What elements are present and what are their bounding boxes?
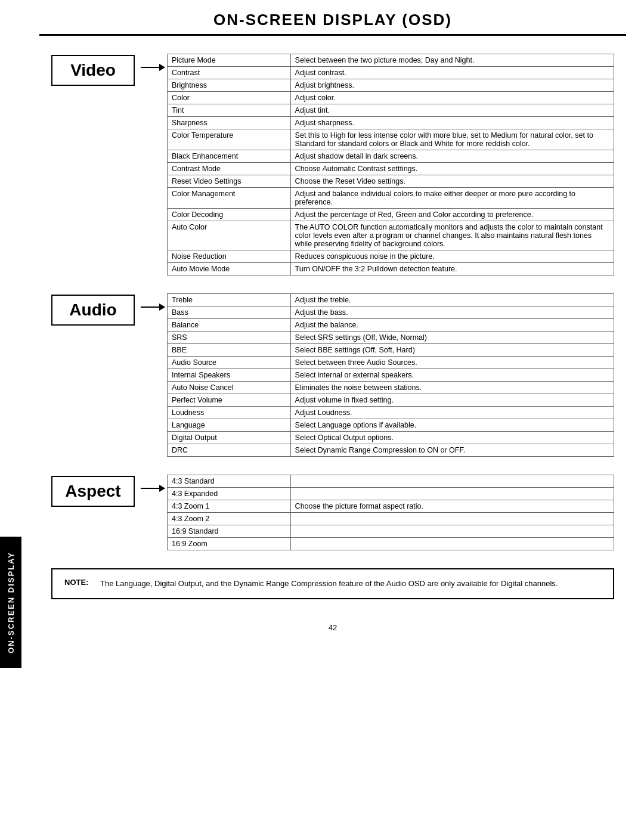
table-row: 4:3 Zoom 1Choose the picture format aspe… [168,500,614,513]
table-row: LanguageSelect Language options if avail… [168,419,614,432]
table-row: SharpnessAdjust sharpness. [168,117,614,129]
setting-name: Bass [168,306,291,319]
video-label: Video [51,55,135,86]
setting-name: 4:3 Expanded [168,488,291,500]
table-row: DRCSelect Dynamic Range Compression to O… [168,444,614,457]
sections-container: VideoPicture ModeSelect between the two … [51,54,614,550]
table-row: 16:9 Standard [168,525,614,538]
setting-name: Auto Color [168,221,291,250]
setting-name: Reset Video Settings [168,175,291,188]
setting-name: Treble [168,294,291,306]
setting-description [290,475,614,488]
setting-description: Turn ON/OFF the 3:2 Pulldown detection f… [290,263,614,275]
setting-description: Adjust brightness. [290,79,614,92]
setting-name: Contrast [168,67,291,79]
setting-description: Reduces conspicuous noise in the picture… [290,250,614,263]
table-row: Picture ModeSelect between the two pictu… [168,54,614,67]
table-row: Audio SourceSelect between three Audio S… [168,357,614,369]
setting-name: Language [168,419,291,432]
setting-name: Picture Mode [168,54,291,67]
table-row: SRSSelect SRS settings (Off, Wide, Norma… [168,332,614,344]
table-row: 4:3 Standard [168,475,614,488]
setting-description: Choose the picture format aspect ratio. [290,500,614,513]
aspect-arrow [141,475,165,489]
table-row: ContrastAdjust contrast. [168,67,614,79]
table-row: 16:9 Zoom [168,538,614,550]
note-text: The Language, Digital Output, and the Dy… [100,578,558,590]
setting-description: Select between the two picture modes; Da… [290,54,614,67]
page-number: 42 [51,611,614,638]
setting-name: Auto Noise Cancel [168,382,291,394]
table-row: BrightnessAdjust brightness. [168,79,614,92]
page-title: ON-SCREEN DISPLAY (OSD) [39,11,626,29]
setting-name: 16:9 Standard [168,525,291,538]
setting-description: Adjust the percentage of Red, Green and … [290,209,614,221]
aspect-table: 4:3 Standard4:3 Expanded4:3 Zoom 1Choose… [167,475,614,550]
setting-description [290,488,614,500]
setting-name: 16:9 Zoom [168,538,291,550]
video-arrow [141,54,165,68]
arrow-line [141,306,165,308]
note-label: NOTE: [64,578,94,587]
setting-description: Select SRS settings (Off, Wide, Normal) [290,332,614,344]
table-row: Reset Video SettingsChoose the Reset Vid… [168,175,614,188]
section-audio: AudioTrebleAdjust the treble.BassAdjust … [51,293,614,457]
setting-name: 4:3 Zoom 2 [168,513,291,525]
setting-description: Select BBE settings (Off, Soft, Hard) [290,344,614,357]
setting-description: Adjust the bass. [290,306,614,319]
table-row: Color DecodingAdjust the percentage of R… [168,209,614,221]
table-row: Digital OutputSelect Optical Output opti… [168,432,614,444]
setting-description: The AUTO COLOR function automatically mo… [290,221,614,250]
table-row: LoudnessAdjust Loudness. [168,407,614,419]
side-label: ON-SCREEN DISPLAY [0,537,21,668]
setting-description: Select between three Audio Sources. [290,357,614,369]
setting-name: Contrast Mode [168,163,291,175]
table-row: TintAdjust tint. [168,104,614,117]
table-row: Internal SpeakersSelect internal or exte… [168,369,614,382]
setting-name: Color Decoding [168,209,291,221]
setting-name: Digital Output [168,432,291,444]
setting-description [290,513,614,525]
setting-name: Color Management [168,188,291,209]
audio-table: TrebleAdjust the treble.BassAdjust the b… [167,293,614,457]
table-row: Auto Noise CancelEliminates the noise be… [168,382,614,394]
table-row: Color TemperatureSet this to High for le… [168,129,614,150]
table-row: Auto ColorThe AUTO COLOR function automa… [168,221,614,250]
video-table: Picture ModeSelect between the two pictu… [167,54,614,275]
setting-name: Auto Movie Mode [168,263,291,275]
table-row: Contrast ModeChoose Automatic Contrast s… [168,163,614,175]
setting-name: Perfect Volume [168,394,291,407]
table-row: BalanceAdjust the balance. [168,319,614,332]
setting-description: Adjust sharpness. [290,117,614,129]
setting-name: Tint [168,104,291,117]
setting-description: Select Optical Output options. [290,432,614,444]
audio-label: Audio [51,295,135,326]
setting-name: 4:3 Zoom 1 [168,500,291,513]
table-row: Black EnhancementAdjust shadow detail in… [168,150,614,163]
arrow-line [141,67,165,68]
section-aspect: Aspect4:3 Standard4:3 Expanded4:3 Zoom 1… [51,475,614,550]
setting-description: Adjust tint. [290,104,614,117]
setting-description: Adjust contrast. [290,67,614,79]
audio-arrow [141,293,165,308]
table-row: Perfect VolumeAdjust volume in fixed set… [168,394,614,407]
setting-description [290,538,614,550]
setting-name: 4:3 Standard [168,475,291,488]
page-header: ON-SCREEN DISPLAY (OSD) [39,0,626,36]
setting-name: Color [168,92,291,104]
setting-name: Audio Source [168,357,291,369]
table-row: BassAdjust the bass. [168,306,614,319]
setting-description: Adjust volume in fixed setting. [290,394,614,407]
setting-name: Brightness [168,79,291,92]
setting-description: Choose Automatic Contrast setttings. [290,163,614,175]
setting-name: SRS [168,332,291,344]
setting-description: Adjust shadow detail in dark screens. [290,150,614,163]
setting-description: Eliminates the noise between stations. [290,382,614,394]
setting-name: DRC [168,444,291,457]
aspect-label: Aspect [51,476,135,507]
setting-description: Adjust the balance. [290,319,614,332]
setting-name: BBE [168,344,291,357]
table-row: Noise ReductionReduces conspicuous noise… [168,250,614,263]
table-row: Color ManagementAdjust and balance indiv… [168,188,614,209]
table-row: TrebleAdjust the treble. [168,294,614,306]
